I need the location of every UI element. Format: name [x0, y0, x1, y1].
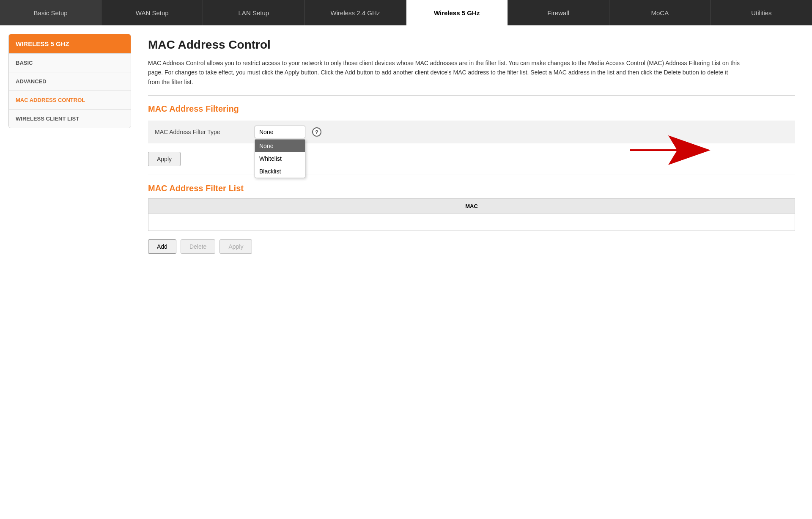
page-title: MAC Address Control: [148, 38, 795, 52]
nav-basic-setup[interactable]: Basic Setup: [0, 0, 102, 25]
nav-utilities[interactable]: Utilities: [711, 0, 812, 25]
sidebar: WIRELESS 5 GHZ BASIC ADVANCED MAC ADDRES…: [8, 34, 131, 128]
main-layout: WIRELESS 5 GHZ BASIC ADVANCED MAC ADDRES…: [0, 25, 812, 266]
divider: [148, 95, 795, 96]
filter-type-label: MAC Address Filter Type: [155, 129, 248, 135]
help-button[interactable]: ?: [312, 127, 321, 137]
nav-moca[interactable]: MoCA: [609, 0, 711, 25]
filter-type-select[interactable]: None Whitelist Blacklist: [255, 126, 305, 138]
table-empty-cell: [148, 214, 795, 231]
filter-list-title: MAC Address Filter List: [148, 184, 795, 193]
nav-firewall[interactable]: Firewall: [508, 0, 609, 25]
filter-select-wrapper: None Whitelist Blacklist None Whitelist …: [255, 126, 305, 138]
table-empty-row: [148, 214, 795, 231]
sidebar-header: WIRELESS 5 GHZ: [9, 34, 131, 53]
filter-type-row: MAC Address Filter Type None Whitelist B…: [148, 121, 795, 143]
nav-lan-setup[interactable]: LAN Setup: [203, 0, 304, 25]
nav-wireless-5[interactable]: Wireless 5 GHz: [406, 0, 508, 25]
nav-wan-setup[interactable]: WAN Setup: [102, 0, 203, 25]
dropdown-option-whitelist[interactable]: Whitelist: [255, 152, 305, 165]
dropdown-option-blacklist[interactable]: Blacklist: [255, 165, 305, 178]
filtering-section-title: MAC Address Filtering: [148, 104, 795, 114]
sidebar-item-advanced[interactable]: ADVANCED: [9, 72, 131, 91]
bottom-button-row: Add Delete Apply: [148, 239, 795, 254]
delete-button: Delete: [181, 239, 215, 254]
apply-list-button: Apply: [219, 239, 252, 254]
top-navigation: Basic Setup WAN Setup LAN Setup Wireless…: [0, 0, 812, 25]
sidebar-item-mac-address-control[interactable]: MAC ADDRESS CONTROL: [9, 91, 131, 109]
apply-button[interactable]: Apply: [148, 152, 181, 166]
mac-column-header: MAC: [148, 199, 795, 214]
sidebar-item-basic[interactable]: BASIC: [9, 53, 131, 72]
divider2: [148, 175, 795, 175]
sidebar-item-wireless-client-list[interactable]: WIRELESS CLIENT LIST: [9, 109, 131, 128]
filter-section: MAC Address Filter Type None Whitelist B…: [148, 121, 795, 166]
add-button[interactable]: Add: [148, 239, 176, 254]
dropdown-option-none[interactable]: None: [255, 140, 305, 152]
dropdown-popup: None Whitelist Blacklist: [255, 139, 305, 178]
main-content: MAC Address Control MAC Address Control …: [140, 34, 804, 258]
nav-wireless-24[interactable]: Wireless 2.4 GHz: [304, 0, 406, 25]
mac-address-table: MAC: [148, 198, 795, 231]
page-description: MAC Address Control allows you to restri…: [148, 58, 740, 87]
